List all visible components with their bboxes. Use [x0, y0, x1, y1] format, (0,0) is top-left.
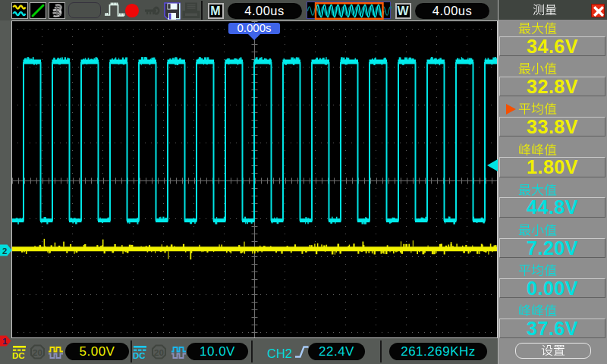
svg-text:2: 2: [2, 246, 7, 256]
svg-text:20: 20: [33, 347, 42, 356]
svg-text:20: 20: [154, 347, 164, 356]
svg-text:DC: DC: [12, 351, 25, 360]
svg-text:1: 1: [2, 337, 8, 346]
svg-text:DC: DC: [133, 351, 146, 360]
